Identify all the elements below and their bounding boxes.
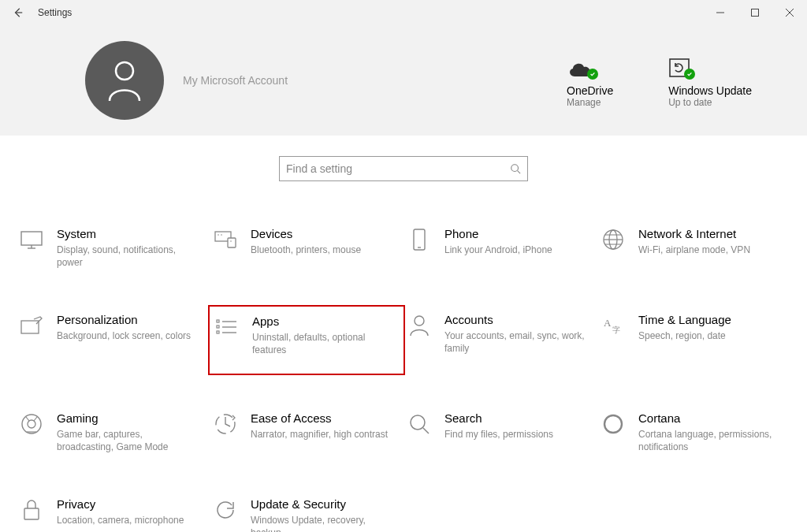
svg-line-35: [26, 417, 29, 421]
category-system[interactable]: SystemDisplay, sound, notifications, pow…: [16, 221, 210, 275]
titlebar: Settings: [0, 0, 807, 25]
windows-update-title: Windows Update: [668, 84, 752, 97]
window-title: Settings: [38, 7, 72, 18]
category-sub: Background, lock screen, colors: [57, 329, 197, 342]
svg-text:A: A: [604, 317, 612, 329]
category-title: Time & Language: [638, 313, 779, 328]
svg-rect-27: [217, 320, 219, 322]
account-header: My Microsoft Account OneDrive Manage Win…: [0, 25, 807, 136]
categories-grid: SystemDisplay, sound, notifications, pow…: [0, 188, 807, 532]
svg-point-14: [221, 234, 222, 236]
svg-point-34: [28, 420, 35, 428]
category-sub: Find my files, permissions: [444, 428, 585, 441]
svg-rect-16: [414, 229, 425, 250]
category-sub: Link your Android, iPhone: [444, 244, 585, 256]
system-icon: [19, 227, 44, 252]
close-button[interactable]: [772, 0, 807, 25]
svg-line-40: [423, 428, 429, 433]
category-title: Network & Internet: [638, 227, 779, 242]
category-sub: Bluetooth, printers, mouse: [251, 244, 391, 256]
svg-point-13: [218, 234, 219, 236]
svg-rect-8: [21, 232, 42, 245]
category-search[interactable]: SearchFind my files, permissions: [404, 405, 597, 459]
category-gaming[interactable]: GamingGame bar, captures, broadcasting, …: [16, 405, 210, 459]
svg-point-30: [415, 316, 424, 326]
category-title: Phone: [444, 227, 585, 242]
account-block[interactable]: My Microsoft Account: [85, 41, 288, 120]
check-icon: [587, 69, 598, 80]
svg-point-4: [116, 62, 133, 80]
search-input[interactable]: [286, 162, 510, 175]
category-devices[interactable]: DevicesBluetooth, printers, mouse: [210, 221, 404, 275]
svg-rect-42: [24, 508, 39, 519]
back-button[interactable]: [13, 7, 24, 18]
category-title: Apps: [252, 314, 389, 329]
category-title: System: [57, 227, 197, 242]
category-title: Personalization: [57, 313, 197, 328]
onedrive-title: OneDrive: [567, 84, 613, 97]
category-title: Devices: [251, 227, 391, 242]
svg-line-7: [518, 171, 521, 174]
category-time[interactable]: A字Time & LanguageSpeech, region, date: [597, 307, 791, 374]
category-accounts[interactable]: AccountsYour accounts, email, sync, work…: [404, 307, 597, 374]
windows-update-icon: [668, 53, 690, 78]
minimize-button[interactable]: [703, 0, 738, 25]
svg-point-6: [511, 165, 519, 172]
category-title: Gaming: [57, 411, 197, 426]
maximize-button[interactable]: [738, 0, 772, 25]
category-personalization[interactable]: PersonalizationBackground, lock screen, …: [16, 307, 210, 374]
windows-update-status[interactable]: Windows Update Up to date: [668, 53, 752, 108]
search-section: [0, 136, 807, 188]
category-title: Update & Security: [251, 497, 391, 512]
onedrive-sub: Manage: [567, 97, 601, 108]
update-icon: [213, 497, 238, 523]
svg-point-41: [604, 415, 622, 433]
category-sub: Narrator, magnifier, high contrast: [251, 428, 391, 441]
svg-rect-23: [21, 321, 39, 333]
category-sub: Cortana language, permissions, notificat…: [638, 428, 779, 453]
search-icon: [407, 411, 432, 437]
svg-line-36: [34, 417, 37, 421]
category-phone[interactable]: PhoneLink your Android, iPhone: [404, 221, 597, 275]
check-icon: [684, 69, 695, 80]
svg-rect-12: [228, 238, 236, 247]
category-sub: Speech, region, date: [638, 329, 779, 342]
category-title: Cortana: [638, 411, 779, 426]
windows-update-sub: Up to date: [668, 97, 712, 108]
category-title: Search: [444, 411, 585, 426]
avatar: [85, 41, 164, 120]
category-sub: Game bar, captures, broadcasting, Game M…: [57, 428, 197, 453]
category-sub: Display, sound, notifications, power: [57, 244, 197, 269]
category-sub: Your accounts, email, sync, work, family: [444, 329, 585, 355]
category-ease-of-access[interactable]: Ease of AccessNarrator, magnifier, high …: [210, 405, 404, 459]
category-title: Privacy: [57, 497, 197, 512]
category-network[interactable]: Network & InternetWi-Fi, airplane mode, …: [597, 221, 791, 275]
category-title: Ease of Access: [251, 411, 391, 426]
category-sub: Wi-Fi, airplane mode, VPN: [638, 244, 779, 256]
gaming-icon: [19, 411, 44, 437]
devices-icon: [213, 227, 238, 252]
svg-point-33: [22, 415, 41, 433]
phone-icon: [407, 227, 432, 252]
category-cortana[interactable]: CortanaCortana language, permissions, no…: [597, 405, 791, 459]
onedrive-status[interactable]: OneDrive Manage: [567, 53, 613, 108]
privacy-icon: [19, 497, 44, 523]
personalization-icon: [19, 313, 44, 338]
svg-rect-1: [752, 9, 759, 17]
apps-icon: [214, 314, 240, 340]
category-title: Accounts: [444, 313, 585, 328]
ease-of-access-icon: [213, 411, 238, 437]
category-sub: Location, camera, microphone: [57, 514, 197, 526]
svg-point-39: [411, 415, 425, 430]
search-box[interactable]: [279, 156, 528, 181]
svg-text:字: 字: [612, 326, 620, 334]
category-sub: Windows Update, recovery, backup: [251, 514, 391, 532]
accounts-icon: [407, 313, 432, 338]
search-icon: [510, 163, 521, 174]
network-icon: [601, 227, 626, 252]
category-privacy[interactable]: PrivacyLocation, camera, microphone: [16, 491, 210, 532]
category-update[interactable]: Update & SecurityWindows Update, recover…: [210, 491, 404, 532]
svg-rect-29: [217, 331, 219, 333]
category-apps[interactable]: AppsUninstall, defaults, optional featur…: [208, 305, 405, 375]
cortana-icon: [601, 411, 626, 437]
